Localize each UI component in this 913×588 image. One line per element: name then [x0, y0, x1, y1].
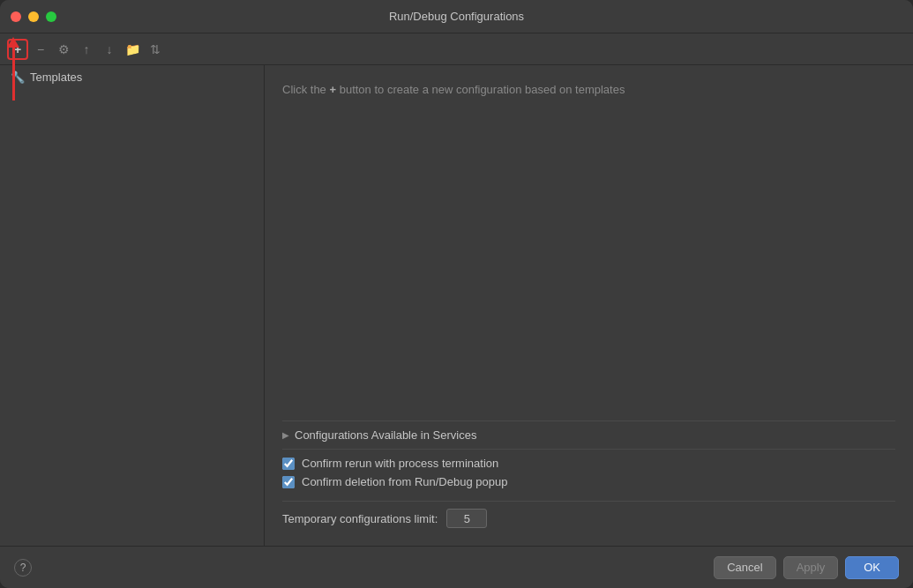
- move-up-button[interactable]: ↑: [76, 39, 97, 60]
- help-button[interactable]: ?: [14, 559, 32, 577]
- add-configuration-button[interactable]: +: [7, 39, 28, 60]
- confirm-rerun-checkbox[interactable]: [282, 458, 295, 470]
- limit-label: Temporary configurations limit:: [282, 512, 438, 525]
- main-content: 🔧 Templates Click the + button to create…: [0, 65, 913, 546]
- right-panel: Click the + button to create a new confi…: [265, 65, 913, 546]
- bottom-section: ▶ Configurations Available in Services C…: [282, 421, 895, 546]
- window-title: Run/Debug Configurations: [389, 10, 524, 23]
- checkbox-row-rerun: Confirm rerun with process termination: [282, 457, 895, 470]
- confirm-deletion-checkbox[interactable]: [282, 476, 295, 488]
- remove-configuration-button[interactable]: −: [30, 39, 51, 60]
- sort-button[interactable]: ⇅: [145, 39, 166, 60]
- plus-icon: +: [329, 83, 336, 96]
- toolbar: + − ⚙ ↑ ↓ 📁 ⇅: [0, 33, 913, 65]
- checkbox-row-deletion: Confirm deletion from Run/Debug popup: [282, 475, 895, 488]
- apply-button[interactable]: Apply: [783, 556, 839, 579]
- move-down-button[interactable]: ↓: [99, 39, 120, 60]
- confirm-deletion-label: Confirm deletion from Run/Debug popup: [302, 475, 507, 488]
- configurations-available-section[interactable]: ▶ Configurations Available in Services: [282, 421, 895, 449]
- limit-row: Temporary configurations limit:: [282, 501, 895, 535]
- footer-right: Cancel Apply OK: [714, 556, 899, 579]
- footer: ? Cancel Apply OK: [0, 546, 913, 588]
- chevron-icon: ▶: [282, 430, 289, 440]
- collapsible-label: Configurations Available in Services: [295, 428, 476, 442]
- limit-input[interactable]: [446, 509, 487, 528]
- footer-left: ?: [14, 559, 32, 577]
- checkboxes-area: Confirm rerun with process termination C…: [282, 449, 895, 501]
- sidebar-item-templates[interactable]: 🔧 Templates: [0, 65, 264, 89]
- maximize-button[interactable]: [46, 11, 56, 22]
- panel-hint: Click the + button to create a new confi…: [282, 83, 895, 96]
- sidebar: 🔧 Templates: [0, 65, 265, 546]
- close-button[interactable]: [11, 11, 21, 22]
- ok-button[interactable]: OK: [845, 556, 899, 579]
- cancel-button[interactable]: Cancel: [714, 556, 775, 579]
- create-folder-button[interactable]: 📁: [122, 39, 143, 60]
- edit-defaults-button[interactable]: ⚙: [53, 39, 74, 60]
- minimize-button[interactable]: [28, 11, 39, 22]
- wrench-icon: 🔧: [11, 71, 25, 84]
- confirm-rerun-label: Confirm rerun with process termination: [302, 457, 498, 470]
- traffic-lights: [11, 11, 56, 22]
- sidebar-item-label: Templates: [30, 71, 82, 84]
- titlebar: Run/Debug Configurations: [0, 0, 913, 33]
